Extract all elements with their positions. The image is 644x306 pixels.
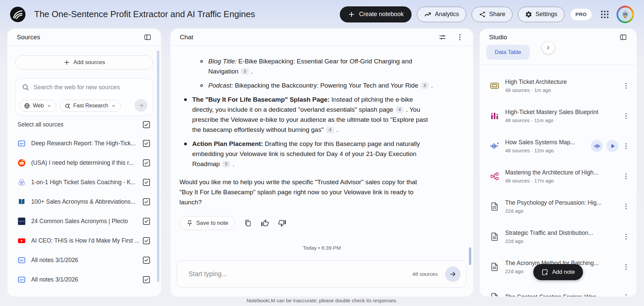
notebook-title[interactable]: The One-Sentence Profit Extractor and AI… [34,9,340,19]
report-icon [490,202,499,211]
thumbs-up-icon[interactable] [261,219,269,227]
more-menu-icon[interactable] [622,82,630,90]
more-menu-icon[interactable] [456,33,464,41]
studio-item-row[interactable]: Mastering the Architecture of High...48 … [480,161,637,191]
add-note-button[interactable]: Add note [533,264,583,280]
citation-chip[interactable]: 3 [241,68,249,75]
source-row[interactable]: m+All notes 3/1/2026 [7,250,161,270]
bullet-marker [184,143,187,145]
studio-item-title: High Ticket Architecture [505,79,622,86]
source-row[interactable]: PLECTO24 Common Sales Acronyms | Plecto [7,211,161,231]
source-row[interactable]: AI CEO: THIS is How I'd Make My First ..… [7,231,161,250]
research-mode-chip[interactable]: Fast Research [60,100,121,112]
studio-panel-title: Studio [489,34,619,41]
bullet-marker [200,60,203,63]
sources-scrollbar[interactable] [157,51,159,282]
chat-closing-paragraph: Would you like me to help you write the … [179,177,464,207]
web-search-input[interactable] [34,84,147,91]
source-row[interactable]: 100+ Sales Acronyms & Abbreviations... [7,192,161,211]
more-menu-icon[interactable] [622,233,630,241]
chat-panel-header: Chat [170,29,473,46]
source-checkbox[interactable] [143,159,150,166]
data-table-chip[interactable]: Data Table [486,45,530,60]
web-filter-chip[interactable]: Web [19,100,56,112]
more-menu-icon[interactable] [622,263,630,271]
share-button[interactable]: Share [472,7,513,22]
doc-note-icon: m+ [17,256,26,264]
citation-chip[interactable]: 3 [421,82,429,89]
save-to-note-button[interactable]: Save to note [179,216,235,230]
source-checkbox[interactable] [143,198,150,205]
studio-item-meta: 48 sources · 11m ago [505,117,622,123]
studio-item-row[interactable]: Strategic Traffic and Distribution...22d… [480,221,637,252]
chat-settings-icon[interactable] [438,33,446,41]
source-checkbox[interactable] [143,218,150,225]
source-checkbox[interactable] [143,140,150,147]
studio-item-row[interactable]: High-Ticket Mastery Sales Blueprint48 so… [480,101,637,131]
search-submit-button[interactable] [135,99,147,112]
chat-panel: Chat Blog Title: E-Bike Bikepacking: Ess… [170,29,473,297]
source-row[interactable]: (USA) I need help determining if this r.… [7,153,161,172]
pin-icon [186,220,193,227]
globe-icon [24,103,30,109]
more-menu-icon[interactable] [622,293,630,297]
source-checkbox[interactable] [143,257,150,264]
sources-count: 48 sources [412,271,438,277]
svg-text:PLECTO: PLECTO [19,221,24,222]
select-all-label: Select all sources [17,121,63,128]
more-menu-icon[interactable] [622,112,630,120]
more-menu-icon[interactable] [622,203,630,210]
source-title: All notes 3/1/2026 [31,276,143,283]
avatar-image [618,7,632,21]
play-audio-button[interactable] [606,140,619,152]
studio-item-title: High-Ticket Mastery Sales Blueprint [505,109,622,116]
studio-item-title: The Psychology of Persuasion: Hig... [505,199,622,206]
venn-icon [17,178,26,187]
source-checkbox[interactable] [143,237,150,244]
bullet-marker [184,98,187,101]
source-checkbox[interactable] [143,276,150,283]
studio-item-row[interactable]: The Psychology of Persuasion: Hig...22d … [480,191,637,221]
collapse-panel-icon[interactable] [619,33,627,41]
studio-item-row[interactable]: How Sales Systems Map...48 sources · 12m… [480,131,637,161]
citation-chip[interactable]: 5 [222,161,230,167]
chat-input-box: 48 sources [177,260,467,288]
source-row[interactable]: 1-on-1 High Ticket Sales Coaching - K... [7,172,161,192]
plecto-icon: PLECTO [17,217,26,225]
chat-panel-title: Chat [180,34,438,41]
share-icon [479,11,486,18]
disclaimer-text: NotebookLM can be inaccurate; please dou… [0,298,644,303]
source-checkbox[interactable] [143,179,150,186]
bullet-text: Podcast: Bikepacking the Backcountry: Po… [208,81,433,91]
analytics-button[interactable]: Analytics [417,7,466,22]
citation-chip[interactable]: 4 [396,106,404,113]
more-menu-icon[interactable] [622,142,630,150]
bar-chart-icon [490,111,499,121]
studio-item-row[interactable]: The Content Creation Engine: Wee... [480,282,637,297]
account-avatar[interactable] [616,6,634,23]
apps-grid-icon[interactable] [600,9,610,19]
add-sources-button[interactable]: Add sources [15,55,153,69]
chip-scroll-button[interactable] [542,42,554,54]
send-button[interactable] [445,266,461,282]
notebooklm-logo-icon[interactable] [10,7,25,22]
source-row[interactable]: m+Deep Research Report: The High-Tick... [7,134,161,153]
collapse-panel-icon[interactable] [144,33,152,41]
interactive-audio-button[interactable] [591,140,603,152]
studio-item-title: How Sales Systems Map... [505,139,591,146]
studio-item-row[interactable]: High Ticket Architecture48 sources · 1m … [480,70,637,101]
source-title: All notes 3/1/2026 [31,257,143,264]
doc-note-icon: m+ [17,139,26,148]
audio-waveform-icon [490,141,499,151]
chat-scrollbar[interactable] [469,247,471,265]
select-all-checkbox[interactable] [143,121,150,128]
create-notebook-button[interactable]: Create notebook [340,6,412,22]
divider [480,64,637,65]
source-row[interactable]: m+All notes 3/1/2026 [7,270,161,289]
settings-button[interactable]: Settings [518,7,565,22]
copy-icon[interactable] [244,219,252,227]
thumbs-down-icon[interactable] [278,219,286,227]
citation-chip[interactable]: 4 [326,126,334,133]
chat-text-input[interactable] [189,270,412,278]
more-menu-icon[interactable] [622,172,630,180]
